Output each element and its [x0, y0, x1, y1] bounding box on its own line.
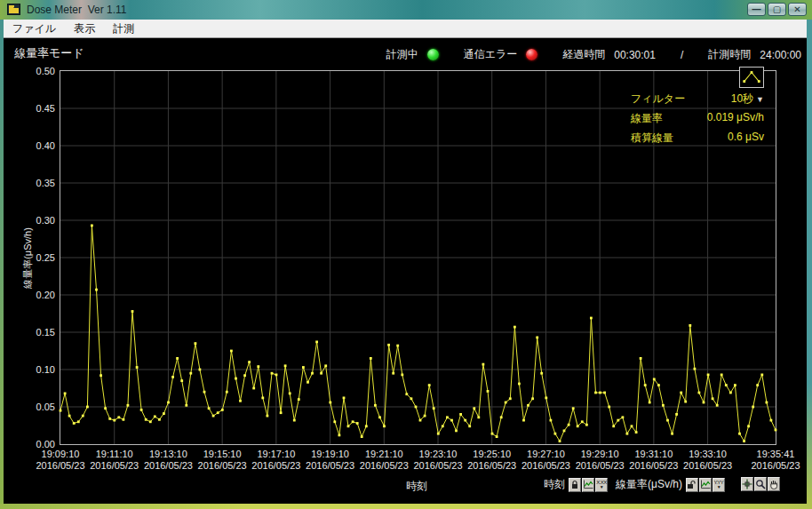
menubar: ファイル 表示 計測 — [4, 20, 807, 38]
x-axis-title: 時刻 — [386, 479, 448, 494]
chevron-down-icon: ▼ — [756, 95, 764, 104]
status-row: 計測中 通信エラー 経過時間 00:30:01 / 計測時間 24:00:00 — [386, 47, 801, 62]
y-tick-label: 0.20 — [25, 290, 55, 300]
elapsed-label: 経過時間 — [562, 47, 605, 62]
window-title: Dose Meter Ver 1.11 — [27, 4, 127, 16]
autoscale-y-icon — [700, 480, 711, 489]
chevron-down-icon: ▼ — [600, 485, 603, 489]
x-tick-label: 19:33:102016/05/23 — [683, 449, 732, 472]
measuring-led-icon — [427, 49, 439, 60]
x-tick-label: 19:19:102016/05/23 — [306, 449, 354, 472]
magnifier-icon — [755, 479, 766, 489]
x-tick-label: 19:13:102016/05/23 — [144, 449, 193, 472]
x-format-button[interactable]: X.XX ▼ — [595, 478, 608, 492]
x-tick-label: 19:15:102016/05/23 — [198, 449, 247, 472]
y-tick-label: 0.10 — [25, 364, 55, 375]
y-format-button[interactable]: Y.YY ▼ — [712, 478, 725, 492]
menu-measure[interactable]: 計測 — [104, 20, 143, 38]
y-autoscale-button[interactable] — [699, 478, 712, 492]
comm-error-led-icon — [526, 49, 537, 60]
x-tick-label: 19:31:102016/05/23 — [629, 449, 678, 472]
pan-tool-button[interactable] — [768, 477, 780, 491]
hand-icon — [768, 479, 779, 489]
unlock-icon — [687, 480, 697, 489]
cumulative-dose-label: 積算線量 — [631, 131, 673, 146]
crosshair-icon — [742, 479, 752, 489]
cursor-tool-button[interactable] — [741, 477, 753, 491]
duration-label: 計測時間 — [708, 47, 751, 62]
cumulative-dose-value: 0.6 μSv — [728, 131, 764, 146]
graph-palette — [741, 477, 781, 491]
dose-rate-label: 線量率 — [631, 111, 663, 126]
autoscale-x-icon — [583, 480, 593, 489]
x-scale-label: 時刻 — [544, 477, 565, 492]
x-tick-label: 19:25:102016/05/23 — [467, 449, 516, 472]
close-button[interactable]: ✕ — [788, 3, 807, 16]
zoom-tool-button[interactable] — [754, 477, 767, 491]
y-scale-lock-button[interactable] — [686, 478, 698, 492]
x-tick-label: 19:21:102016/05/23 — [360, 449, 409, 472]
window-border-right — [807, 20, 812, 504]
elapsed-value: 00:30:01 — [614, 49, 656, 61]
x-tick-label: 19:09:102016/05/23 — [36, 449, 84, 472]
page-title: 線量率モード — [14, 45, 84, 61]
measuring-label: 計測中 — [386, 47, 418, 62]
x-scale-lock-button[interactable] — [569, 478, 581, 492]
scale-legend: 時刻 X.XX ▼ 線量率(μSv/h) — [544, 477, 726, 492]
titlebar[interactable]: Dose Meter Ver 1.11 — ▢ ✕ — [0, 0, 812, 20]
y-tick-label: 0.40 — [25, 140, 55, 151]
x-tick-label: 19:11:102016/05/23 — [90, 449, 139, 472]
y-scale-label: 線量率(μSv/h) — [616, 477, 682, 492]
x-tick-label: 19:29:102016/05/23 — [576, 449, 625, 472]
dose-meter-window: Dose Meter Ver 1.11 — ▢ ✕ ファイル 表示 計測 線量率… — [0, 0, 812, 509]
cumulative-dose-row: 積算線量 0.6 μSv — [631, 131, 764, 146]
plot-area[interactable] — [60, 71, 776, 444]
x-tick-label: 19:17:102016/05/23 — [251, 449, 300, 472]
main-panel: 線量率モード 計測中 通信エラー 経過時間 00:30:01 / 計測時間 24… — [4, 38, 807, 504]
menu-view[interactable]: 表示 — [65, 20, 104, 38]
filter-dropdown[interactable]: 10秒▼ — [731, 91, 764, 107]
maximize-button[interactable]: ▢ — [768, 3, 786, 16]
y-tick-label: 0.05 — [25, 402, 55, 412]
y-tick-label: 0.50 — [25, 66, 55, 76]
dose-rate-row: 線量率 0.019 μSv/h — [631, 111, 764, 126]
y-tick-label: 0.30 — [25, 215, 55, 226]
filter-row: フィルター 10秒▼ — [631, 91, 764, 107]
y-tick-label: 0.25 — [25, 252, 55, 263]
filter-label: フィルター — [631, 91, 685, 107]
x-tick-label: 19:27:102016/05/23 — [521, 449, 570, 472]
chevron-down-icon: ▼ — [717, 485, 720, 489]
comm-error-label: 通信エラー — [464, 47, 518, 62]
y-tick-label: 0.45 — [25, 103, 55, 114]
app-icon — [7, 4, 20, 15]
y-tick-label: 0.35 — [25, 178, 55, 188]
duration-value: 24:00:00 — [760, 49, 801, 61]
time-separator: / — [681, 49, 683, 61]
lock-icon — [570, 480, 579, 489]
x-autoscale-button[interactable] — [582, 478, 594, 492]
x-tick-label: 19:23:102016/05/23 — [413, 449, 462, 472]
y-tick-label: 0.15 — [25, 327, 55, 338]
dose-rate-value: 0.019 μSv/h — [707, 111, 764, 126]
x-tick-label: 19:35:412016/05/23 — [751, 449, 800, 472]
minimize-button[interactable]: — — [747, 3, 766, 16]
window-border-bottom — [0, 504, 812, 509]
plot-legend-icon[interactable] — [739, 67, 764, 88]
menu-file[interactable]: ファイル — [4, 20, 65, 38]
